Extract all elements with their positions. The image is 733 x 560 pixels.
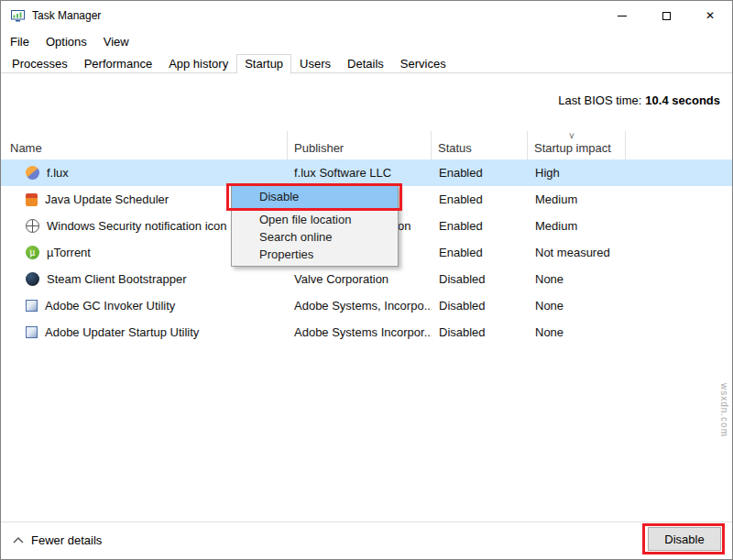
- table-row[interactable]: f.luxf.lux Software LLCEnabledHigh: [1, 159, 732, 186]
- cell-startup-impact: High: [528, 166, 626, 180]
- flux-icon: [26, 166, 39, 180]
- column-header-status[interactable]: Status: [432, 131, 528, 159]
- java-icon: [26, 193, 38, 206]
- sort-indicator-icon: ˅: [569, 132, 574, 141]
- cell-status: Disabled: [432, 272, 528, 286]
- cell-status: Enabled: [432, 192, 528, 206]
- window-title: Task Manager: [32, 9, 101, 22]
- cell-status: Disabled: [432, 325, 528, 339]
- row-name: Java Update Scheduler: [45, 192, 169, 206]
- watermark: wsxdn.com: [719, 383, 729, 437]
- column-header-name[interactable]: Name: [1, 131, 288, 159]
- menu-bar: FileOptionsView: [1, 30, 137, 53]
- column-header-publisher[interactable]: Publisher: [288, 131, 432, 159]
- row-name: f.lux: [47, 166, 69, 180]
- title-bar: Task Manager ✕: [1, 1, 732, 30]
- context-menu-item-disable[interactable]: Disable: [232, 186, 398, 208]
- footer: Fewer details Disable: [1, 522, 732, 559]
- tab-users[interactable]: Users: [291, 54, 339, 74]
- context-menu-item-properties[interactable]: Properties: [232, 246, 398, 263]
- cell-name: Adobe Updater Startup Utility: [1, 325, 288, 339]
- utorrent-icon: [26, 246, 39, 259]
- context-menu-item-search-online[interactable]: Search online: [232, 228, 398, 246]
- maximize-button[interactable]: [644, 1, 688, 30]
- cell-status: Enabled: [432, 219, 528, 233]
- tab-app-history[interactable]: App history: [160, 54, 236, 74]
- column-header-label: Status: [438, 141, 472, 155]
- cell-name: Steam Client Bootstrapper: [1, 272, 288, 286]
- cell-startup-impact: None: [528, 272, 626, 286]
- bios-value: 10.4 seconds: [645, 93, 720, 107]
- adobe-icon: [26, 300, 38, 312]
- maximize-icon: [662, 12, 671, 20]
- fewer-details-toggle[interactable]: Fewer details: [13, 533, 102, 547]
- table-row[interactable]: Adobe Updater Startup UtilityAdobe Syste…: [1, 319, 732, 346]
- context-menu: DisableOpen file locationSearch onlinePr…: [231, 185, 399, 267]
- tab-details[interactable]: Details: [339, 54, 392, 74]
- tab-processes[interactable]: Processes: [4, 54, 76, 74]
- cell-publisher: Adobe Systems, Incorpo...: [288, 299, 432, 313]
- adobe-icon: [26, 326, 38, 338]
- cell-status: Disabled: [432, 299, 528, 313]
- column-header-startup-impact[interactable]: ˅Startup impact: [528, 131, 626, 159]
- column-header-label: Publisher: [294, 141, 344, 155]
- tab-performance[interactable]: Performance: [76, 54, 160, 74]
- fewer-details-label: Fewer details: [31, 533, 102, 547]
- menu-item-view[interactable]: View: [95, 35, 137, 49]
- tab-bar: ProcessesPerformanceApp historyStartupUs…: [1, 53, 732, 73]
- row-name: Steam Client Bootstrapper: [47, 272, 186, 286]
- cell-status: Enabled: [432, 166, 528, 180]
- cell-name: f.lux: [1, 166, 288, 180]
- cell-publisher: f.lux Software LLC: [288, 166, 432, 180]
- bios-label: Last BIOS time:: [558, 93, 641, 107]
- column-header-label: Name: [10, 141, 42, 155]
- row-name: Adobe Updater Startup Utility: [45, 325, 199, 339]
- disable-button[interactable]: Disable: [648, 527, 721, 551]
- row-name: Adobe GC Invoker Utility: [45, 299, 175, 313]
- table-header: NamePublisherStatus˅Startup impact: [1, 131, 732, 159]
- cell-startup-impact: None: [528, 299, 626, 313]
- table-row[interactable]: Adobe GC Invoker UtilityAdobe Systems, I…: [1, 292, 732, 319]
- minimize-button[interactable]: [600, 1, 644, 30]
- menu-item-options[interactable]: Options: [38, 35, 95, 49]
- cell-publisher: Adobe Systems Incorpor...: [288, 325, 432, 339]
- close-button[interactable]: ✕: [688, 1, 732, 30]
- tab-startup[interactable]: Startup: [236, 54, 291, 74]
- up-chevron-icon: [13, 536, 24, 544]
- last-bios-time: Last BIOS time:10.4 seconds: [558, 93, 720, 107]
- windows-security-icon: [26, 219, 39, 233]
- cell-startup-impact: Medium: [528, 219, 626, 233]
- task-manager-icon: [11, 9, 25, 22]
- menu-item-file[interactable]: File: [2, 35, 38, 49]
- steam-icon: [26, 272, 39, 286]
- task-manager-window: Task Manager ✕ FileOptionsView Processes…: [0, 0, 733, 560]
- close-icon: ✕: [706, 9, 715, 22]
- cell-publisher: Valve Corporation: [288, 272, 432, 286]
- context-menu-item-open-file-location[interactable]: Open file location: [232, 211, 398, 228]
- window-controls: ✕: [600, 1, 732, 30]
- table-row[interactable]: Steam Client BootstrapperValve Corporati…: [1, 266, 732, 292]
- cell-startup-impact: None: [528, 325, 626, 339]
- cell-startup-impact: Not measured: [528, 246, 626, 259]
- minimize-icon: [618, 16, 627, 16]
- row-name: µTorrent: [47, 246, 91, 259]
- tab-services[interactable]: Services: [392, 54, 454, 74]
- row-name: Windows Security notification icon: [47, 219, 227, 233]
- column-header-label: Startup impact: [534, 141, 611, 155]
- cell-startup-impact: Medium: [528, 192, 626, 206]
- cell-name: Adobe GC Invoker Utility: [1, 299, 288, 313]
- cell-status: Enabled: [432, 246, 528, 259]
